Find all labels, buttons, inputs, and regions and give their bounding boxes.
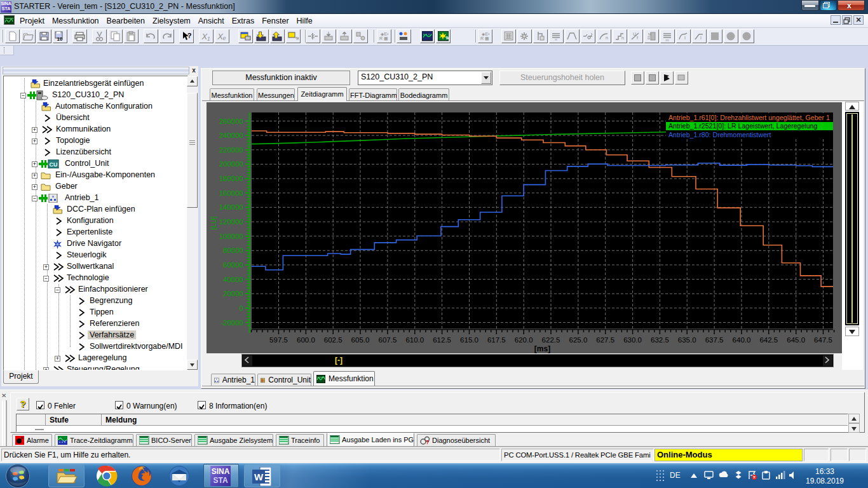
svg-text:W: W (254, 471, 264, 482)
svg-text:R ▦: R ▦ (379, 36, 388, 41)
svg-text:642.5: 642.5 (759, 336, 778, 344)
svg-text:f: f (637, 36, 638, 40)
svg-text:597.5: 597.5 (269, 336, 288, 344)
svg-text:-20000: -20000 (220, 319, 243, 327)
svg-text:640.0: 640.0 (733, 336, 751, 344)
svg-text:647.5: 647.5 (814, 336, 832, 344)
svg-text:10: 10 (57, 36, 63, 41)
svg-text:m: m (666, 38, 669, 42)
svg-text:Antrieb_1.r2521[0]: LR Lageist: Antrieb_1.r2521[0]: LR Lageistwert, Lage… (668, 122, 818, 130)
svg-text:I: I (684, 36, 686, 40)
svg-text:600.0: 600.0 (297, 336, 315, 344)
svg-text:605.0: 605.0 (351, 336, 370, 344)
svg-text:200000: 200000 (219, 160, 243, 168)
svg-text:U: U (633, 32, 636, 36)
svg-text:CU: CU (50, 161, 58, 168)
svg-text:?: ? (426, 439, 430, 445)
svg-text:637.5: 637.5 (705, 336, 724, 344)
svg-text:40000: 40000 (223, 276, 243, 283)
svg-text:0: 0 (240, 304, 243, 312)
svg-text:240000: 240000 (219, 132, 243, 139)
svg-text:n: n (621, 36, 624, 40)
svg-text:120000: 120000 (219, 218, 243, 226)
svg-text:20000: 20000 (223, 290, 243, 297)
svg-text:Antrieb_1.r61[0]: Drehzahlistw: Antrieb_1.r61[0]: Drehzahlistwert ungegl… (668, 114, 830, 121)
svg-text:n: n (606, 36, 608, 40)
svg-text:SINA: SINA (212, 467, 230, 476)
svg-text:STA: STA (213, 476, 227, 485)
svg-text:632.5: 632.5 (651, 336, 669, 344)
svg-text:◈E²: ◈E² (482, 32, 490, 36)
svg-text:617.5: 617.5 (487, 336, 506, 344)
svg-text:620.0: 620.0 (515, 336, 533, 344)
svg-text:I: I (700, 36, 702, 40)
svg-text:627.5: 627.5 (596, 336, 614, 344)
svg-text:X₁: X₁ (201, 32, 210, 41)
svg-text:140000: 140000 (219, 203, 243, 211)
svg-text:◈E²: ◈E² (381, 32, 389, 36)
svg-text:622.5: 622.5 (542, 336, 560, 344)
svg-text:R ▦: R ▦ (480, 36, 489, 41)
svg-text:n: n (555, 37, 557, 41)
svg-text:60000: 60000 (223, 261, 243, 269)
svg-text:%: % (295, 36, 299, 41)
svg-text:610.0: 610.0 (405, 336, 424, 344)
svg-text:180000: 180000 (219, 175, 243, 182)
svg-text:Xₑ: Xₑ (217, 32, 226, 41)
svg-text:615.0: 615.0 (460, 336, 478, 344)
svg-text:260000: 260000 (219, 118, 243, 125)
svg-text:[ms]: [ms] (534, 344, 550, 353)
svg-text:?: ? (187, 32, 191, 39)
svg-text:[LU]: [LU] (210, 216, 217, 229)
svg-text:645.0: 645.0 (787, 336, 805, 344)
svg-text:M: M (648, 32, 651, 36)
svg-text:Antrieb_1.r80: Drehmomentistwe: Antrieb_1.r80: Drehmomentistwert (668, 131, 771, 139)
svg-text:635.0: 635.0 (678, 336, 696, 344)
svg-text:612.5: 612.5 (433, 336, 451, 344)
svg-text:630.0: 630.0 (623, 336, 642, 344)
svg-text:100000: 100000 (219, 233, 243, 240)
svg-text:607.5: 607.5 (379, 336, 397, 344)
svg-text:M: M (446, 36, 449, 40)
svg-text:602.5: 602.5 (324, 336, 342, 344)
svg-text:80000: 80000 (223, 247, 243, 254)
svg-text:220000: 220000 (219, 146, 243, 154)
svg-text:160000: 160000 (219, 189, 243, 197)
svg-text:625.0: 625.0 (569, 336, 588, 344)
